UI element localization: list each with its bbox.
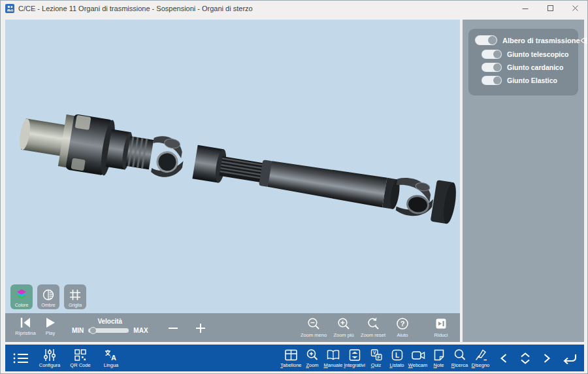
velocity-slider[interactable] [88,328,129,333]
listato-button[interactable]: L Listato [387,348,407,368]
zoom-in-label: Zoom più [333,332,353,338]
view-options: Colore Ombre Griglia [10,284,86,309]
disegno-button[interactable]: Disegno [470,348,491,368]
layer-row-cardanico[interactable]: Giunto cardanico [482,63,573,72]
integrativi-label: Integrativi [344,362,365,368]
griglia-button[interactable]: Griglia [64,284,86,309]
velocity-min-label: MIN [72,327,84,334]
tabellone-button[interactable]: Tabellone [280,348,301,368]
svg-text:A: A [111,354,116,362]
manuale-button[interactable]: Manuale [323,348,343,368]
play-label: Play [46,330,56,336]
play-button[interactable]: Play [38,313,63,342]
svg-text:L: L [395,352,399,359]
lingua-label: Lingua [104,362,119,368]
quiz-vf-icon: V F [370,348,383,362]
app-icon [5,4,14,13]
cardanico-label: Giunto cardanico [507,63,573,71]
zoom-reset-button[interactable]: Zoom reset [361,313,385,342]
sliders-icon [42,348,57,362]
plus-button[interactable] [195,323,206,333]
model-viewport[interactable]: Colore Ombre Griglia [5,20,460,342]
qr-code-icon [74,348,87,362]
grid-icon [69,287,82,303]
zoom-out-icon [307,317,320,330]
albero-label: Albero di trasmissione [502,37,580,44]
zoom-button[interactable]: Zoom [302,348,322,368]
webcam-button[interactable]: Webcam [408,348,428,368]
minimize-button[interactable] [513,1,538,16]
close-button[interactable] [563,1,587,16]
translate-icon: A [104,348,118,362]
svg-text:V: V [373,350,376,355]
quiz-button[interactable]: V F Quiz [366,348,386,368]
draw-pen-icon [474,348,487,362]
open-book-icon [326,348,340,362]
integrativi-button[interactable]: Integrativi [344,348,365,368]
shadow-sphere-icon [42,287,55,303]
collapse-button[interactable]: Riduci [430,313,452,342]
layers-panel: Albero di trasmissione Giunto telescopic… [468,29,578,95]
chevron-left-icon[interactable] [498,352,509,365]
eye-icon[interactable] [580,37,588,44]
layer-row-elastico[interactable]: Giunto Elastico [482,76,573,85]
svg-text:F: F [377,354,380,359]
return-icon[interactable] [562,352,578,365]
menu-list-button[interactable] [12,352,30,365]
note-button[interactable]: Note [429,348,449,368]
chevron-up-down-icon[interactable] [519,351,532,366]
configura-label: Configura [39,362,61,368]
layer-row-telescopico[interactable]: Giunto telescopico [482,50,573,59]
color-layers-icon [14,287,29,303]
window-controls [513,1,587,16]
play-icon [44,317,56,328]
albero-toggle[interactable] [475,35,497,45]
cardanico-toggle[interactable] [482,63,502,72]
velocity-title: Velocità [97,318,122,325]
qr-code-button[interactable]: QR Code [69,348,91,368]
tabellone-label: Tabellone [280,362,301,368]
layer-row-albero[interactable]: Albero di trasmissione [475,35,573,45]
minus-button[interactable] [168,323,178,333]
collapse-label: Riduci [434,332,448,338]
manuale-label: Manuale [324,362,343,368]
zoom-out-button[interactable]: Zoom meno [301,313,327,342]
skip-to-start-icon [18,317,33,328]
note-label: Note [434,362,444,368]
ricerca-button[interactable]: Ricerca [449,348,470,368]
maximize-button[interactable] [538,1,563,16]
board-grid-icon [284,348,298,362]
titlebar: C/CE - Lezione 11 Organi di trasmissione… [1,1,587,16]
elastico-toggle[interactable] [482,76,502,85]
main-toolbar: Configura QR Code A Lingua [5,345,584,371]
lingua-button[interactable]: A Lingua [100,348,122,368]
webcam-label: Webcam [408,362,427,368]
note-page-icon [433,348,446,362]
help-label: Aiuto [397,332,408,338]
toolbar-right-group: Tabellone Zoom Manuale Integr [280,348,491,368]
chevron-right-icon[interactable] [542,352,552,365]
velocity-slider-knob[interactable] [90,327,97,334]
zoom-cluster: Zoom meno Zoom più Zoom reset [301,313,452,342]
media-stack-icon [348,348,361,362]
configura-button[interactable]: Configura [39,348,61,368]
zoom-in-button[interactable]: Zoom più [333,313,355,342]
window-title: C/CE - Lezione 11 Organi di trasmissione… [18,5,253,12]
ombre-button[interactable]: Ombre [37,284,59,309]
elastico-label: Giunto Elastico [507,76,573,84]
webcam-icon [411,348,425,362]
help-button[interactable]: ? Aiuto [391,313,414,342]
magnifier-plus-icon [306,348,319,362]
telescopico-label: Giunto telescopico [507,50,573,58]
search-icon [453,348,466,362]
quiz-label: Quiz [371,362,381,368]
telescopico-toggle[interactable] [482,50,502,59]
zoom-label: Zoom [306,362,318,368]
zoom-in-icon [337,317,350,330]
colore-button[interactable]: Colore [10,284,33,309]
speed-stepper [168,313,206,342]
ripristina-button[interactable]: Ripristina [13,313,38,342]
toolbar-nav-group [498,351,578,366]
control-bar: Ripristina Play Velocità MIN MAX [5,313,460,342]
collapse-panel-icon [434,317,448,330]
